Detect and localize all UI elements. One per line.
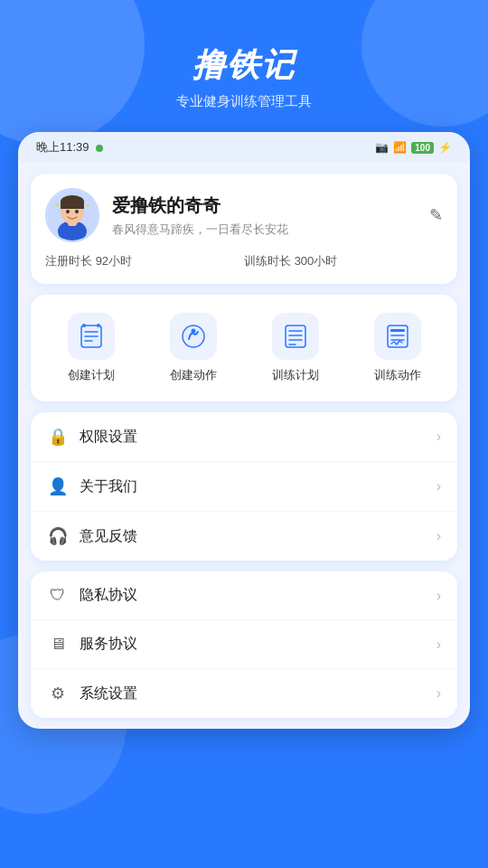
wifi-icon: 📶 (393, 141, 407, 154)
train-move-label: 训练动作 (374, 367, 421, 383)
menu-item-service[interactable]: 🖥 服务协议 › (31, 620, 457, 669)
menu-about-label: 关于我们 (80, 477, 436, 496)
menu-feedback-label: 意见反馈 (80, 527, 436, 546)
headset-icon: 🎧 (47, 526, 69, 546)
create-plan-label: 创建计划 (68, 367, 115, 383)
svg-point-15 (97, 324, 100, 327)
create-move-icon-wrap (170, 313, 217, 360)
arrow-icon-feedback: › (436, 528, 441, 544)
svg-rect-24 (390, 329, 405, 332)
menu-item-settings[interactable]: ⚙ 系统设置 › (31, 669, 457, 718)
network-status-dot (96, 145, 103, 152)
svg-point-7 (75, 210, 79, 213)
menu-section-2: 🛡 隐私协议 › 🖥 服务协议 › ⚙ 系统设置 › (31, 571, 457, 718)
monitor-icon: 🖥 (47, 635, 69, 654)
menu-settings-label: 系统设置 (80, 684, 436, 703)
photo-icon: 📷 (375, 141, 389, 154)
create-move-label: 创建动作 (170, 367, 217, 383)
edit-profile-button[interactable]: ✎ (429, 205, 443, 225)
menu-item-privacy[interactable]: 🛡 隐私协议 › (31, 571, 457, 620)
svg-rect-5 (61, 202, 84, 209)
user-stats: 注册时长 92小时 训练时长 300小时 (45, 253, 443, 269)
arrow-icon-privacy: › (436, 588, 441, 604)
app-subtitle: 专业健身训练管理工具 (0, 93, 488, 110)
svg-point-14 (82, 324, 86, 327)
status-time: 晚上11:39 (36, 139, 103, 156)
lock-icon: 🔒 (47, 427, 69, 447)
svg-point-6 (66, 210, 70, 213)
action-train-plan[interactable]: 训练计划 (272, 313, 319, 383)
arrow-icon-permissions: › (436, 429, 441, 445)
gear-icon: ⚙ (47, 684, 69, 703)
user-name: 爱撸铁的奇奇 (112, 193, 429, 218)
user-text: 爱撸铁的奇奇 春风得意马蹄疾，一日看尽长安花 (99, 193, 429, 238)
status-icons: 📷 📶 100 ⚡ (375, 141, 452, 154)
arrow-icon-settings: › (436, 685, 441, 702)
battery-icon: 100 (411, 142, 434, 154)
user-info-row: ✦ ✦ 爱撸铁的奇奇 春风得意马蹄疾，一日看尽长安花 ✎ (45, 188, 443, 242)
app-title: 撸铁记 (0, 43, 488, 88)
menu-item-feedback[interactable]: 🎧 意见反馈 › (31, 512, 457, 561)
quick-actions: 创建计划 创建动作 训练计划 (31, 295, 457, 401)
action-train-move[interactable]: 训练动作 (374, 313, 421, 383)
menu-privacy-label: 隐私协议 (80, 586, 436, 605)
status-bar: 晚上11:39 📷 📶 100 ⚡ (18, 132, 470, 163)
person-icon: 👤 (47, 476, 69, 496)
menu-item-about[interactable]: 👤 关于我们 › (31, 462, 457, 512)
menu-item-permissions[interactable]: 🔒 权限设置 › (31, 412, 457, 462)
menu-section-1: 🔒 权限设置 › 👤 关于我们 › 🎧 意见反馈 › (31, 412, 457, 561)
action-create-move[interactable]: 创建动作 (170, 313, 217, 383)
avatar: ✦ ✦ (45, 188, 99, 242)
create-plan-icon-wrap (68, 313, 115, 360)
user-card: ✦ ✦ 爱撸铁的奇奇 春风得意马蹄疾，一日看尽长安花 ✎ 注册时长 92小时 训… (31, 174, 457, 284)
arrow-icon-service: › (436, 637, 441, 653)
svg-text:✦: ✦ (85, 203, 90, 209)
svg-text:✦: ✦ (54, 202, 61, 210)
shield-icon: 🛡 (47, 586, 69, 605)
phone-mockup: 晚上11:39 📷 📶 100 ⚡ (18, 132, 470, 729)
menu-permissions-label: 权限设置 (80, 428, 436, 447)
charge-icon: ⚡ (438, 141, 452, 154)
arrow-icon-about: › (436, 478, 441, 495)
user-motto: 春风得意马蹄疾，一日看尽长安花 (112, 222, 429, 238)
train-move-icon-wrap (374, 313, 421, 360)
svg-point-17 (191, 329, 195, 334)
train-plan-icon-wrap (272, 313, 319, 360)
menu-service-label: 服务协议 (80, 635, 436, 654)
train-plan-label: 训练计划 (272, 367, 319, 383)
action-create-plan[interactable]: 创建计划 (68, 313, 115, 383)
stat-reg: 注册时长 92小时 (45, 253, 244, 269)
app-header: 撸铁记 专业健身训练管理工具 (0, 0, 488, 125)
stat-train: 训练时长 300小时 (244, 253, 443, 269)
